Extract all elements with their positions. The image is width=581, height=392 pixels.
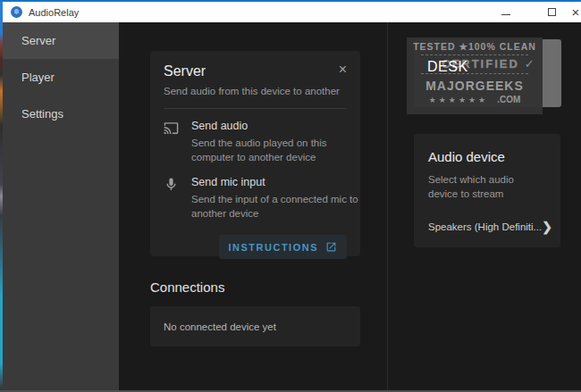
feature-send-mic: Send mic input Send the input of a conne… (164, 176, 347, 221)
chevron-right-icon: ❯ (542, 220, 552, 234)
sidebar-item-server[interactable]: Server (3, 22, 119, 59)
connections-heading: Connections (150, 279, 224, 295)
selected-device-label: Speakers (High Definiti... (428, 221, 542, 232)
watermark-brand: MAJORGEEKS (425, 79, 524, 93)
close-button[interactable]: × (562, 2, 581, 22)
sidebar-item-player[interactable]: Player (3, 59, 119, 96)
sidebar-item-settings[interactable]: Settings (3, 96, 119, 132)
minimize-icon (501, 14, 510, 15)
right-panel: TESTED ★100% CLEAN CERTIFIED ✓ MAJORGEEK… (388, 22, 581, 390)
instructions-button[interactable]: INSTRUCTIONS (219, 235, 348, 259)
server-card-title: Server (164, 63, 206, 79)
audiorelay-window: AudioRelay × Server Player Settings Serv… (0, 0, 581, 392)
connections-empty-message: No connected device yet (164, 321, 276, 332)
minimize-button[interactable] (493, 2, 519, 22)
audio-device-selector[interactable]: Speakers (High Definiti... ❯ (428, 220, 550, 234)
connections-empty-card: No connected device yet (150, 306, 360, 346)
server-card-subtitle: Send audio from this device to another (164, 86, 347, 96)
close-icon: × (572, 4, 580, 20)
instructions-button-label: INSTRUCTIONS (229, 242, 319, 253)
sidebar-item-label: Server (21, 34, 55, 47)
feature-label: Send audio (191, 120, 368, 132)
watermark-divider (421, 54, 528, 55)
cast-audio-icon (164, 121, 180, 137)
feature-send-audio: Send audio Send the audio played on this… (164, 120, 347, 164)
sidebar-item-label: Settings (21, 107, 63, 121)
maximize-button[interactable] (538, 2, 565, 22)
audio-device-card: Audio device Select which audio device t… (414, 134, 560, 247)
watermark-com: .COM (497, 95, 520, 104)
feature-description: Send the input of a connected mic to ano… (191, 193, 368, 221)
feature-label: Send mic input (191, 176, 368, 188)
server-card: Server × Send audio from this device to … (150, 51, 360, 256)
maximize-icon (548, 8, 556, 16)
microphone-icon (164, 177, 180, 193)
open-in-new-icon (325, 241, 337, 253)
underlying-desk-text: DESK (427, 59, 468, 75)
audiorelay-app-icon (11, 6, 22, 18)
audio-device-title: Audio device (428, 149, 546, 164)
sidebar: Server Player Settings (3, 22, 119, 390)
majorgeeks-watermark: TESTED ★100% CLEAN CERTIFIED ✓ MAJORGEEK… (407, 38, 543, 114)
watermark-tested-line: TESTED ★100% CLEAN (413, 41, 536, 52)
card-divider (164, 108, 347, 109)
watermark-check-icon: ✓ (525, 57, 535, 71)
audio-device-subtitle: Select which audio device to stream (428, 172, 544, 201)
window-title: AudioRelay (29, 7, 79, 18)
feature-description: Send the audio played on this computer t… (191, 137, 368, 164)
main-panel: Server × Send audio from this device to … (119, 22, 387, 390)
card-close-icon[interactable]: × (339, 63, 347, 76)
titlebar: AudioRelay × (3, 2, 581, 22)
sidebar-item-label: Player (21, 71, 55, 84)
watermark-stars: ★★★★★★ (429, 96, 488, 104)
